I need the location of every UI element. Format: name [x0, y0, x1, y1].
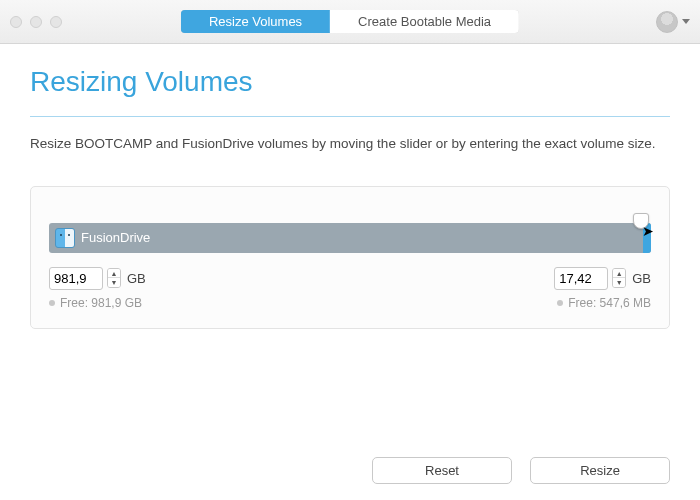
right-free-space: Free: 547,6 MB [557, 296, 651, 310]
stepper-up-icon[interactable]: ▲ [108, 269, 120, 278]
stepper-up-icon[interactable]: ▲ [613, 269, 625, 278]
minimize-window-button[interactable] [30, 16, 42, 28]
mode-tabs: Resize Volumes Create Bootable Media [181, 10, 519, 33]
left-free-text: Free: 981,9 GB [60, 296, 142, 310]
tab-resize-volumes[interactable]: Resize Volumes [181, 10, 330, 33]
left-size-input[interactable] [49, 267, 103, 290]
right-size-unit: GB [632, 271, 651, 286]
left-free-space: Free: 981,9 GB [49, 296, 146, 310]
stepper-down-icon[interactable]: ▼ [613, 278, 625, 287]
right-free-text: Free: 547,6 MB [568, 296, 651, 310]
left-size-group: ▲ ▼ GB Free: 981,9 GB [49, 267, 146, 310]
window-controls [10, 16, 62, 28]
page-title: Resizing Volumes [30, 66, 670, 98]
resize-button[interactable]: Resize [530, 457, 670, 484]
right-size-input[interactable] [554, 267, 608, 290]
bullet-icon [49, 300, 55, 306]
bullet-icon [557, 300, 563, 306]
reset-button[interactable]: Reset [372, 457, 512, 484]
left-size-unit: GB [127, 271, 146, 286]
right-size-stepper[interactable]: ▲ ▼ [612, 268, 626, 288]
size-row: ▲ ▼ GB Free: 981,9 GB ▲ ▼ GB [49, 267, 651, 310]
divider [30, 116, 670, 117]
left-size-stepper[interactable]: ▲ ▼ [107, 268, 121, 288]
avatar-icon [656, 11, 678, 33]
instruction-text: Resize BOOTCAMP and FusionDrive volumes … [30, 135, 670, 154]
finder-icon [55, 228, 75, 248]
user-menu[interactable] [656, 11, 690, 33]
volume-name: FusionDrive [81, 230, 150, 245]
chevron-down-icon [682, 19, 690, 24]
slider-handle[interactable] [633, 213, 649, 229]
volume-panel: FusionDrive ➤ ▲ ▼ GB Free: 981,9 GB [30, 186, 670, 329]
content-area: Resizing Volumes Resize BOOTCAMP and Fus… [0, 44, 700, 339]
tab-create-bootable-media[interactable]: Create Bootable Media [330, 10, 519, 33]
stepper-down-icon[interactable]: ▼ [108, 278, 120, 287]
zoom-window-button[interactable] [50, 16, 62, 28]
volume-label: FusionDrive [55, 223, 150, 253]
close-window-button[interactable] [10, 16, 22, 28]
right-size-group: ▲ ▼ GB Free: 547,6 MB [554, 267, 651, 310]
volume-slider[interactable]: FusionDrive ➤ [49, 223, 651, 253]
titlebar: Resize Volumes Create Bootable Media [0, 0, 700, 44]
footer-buttons: Reset Resize [372, 457, 670, 484]
